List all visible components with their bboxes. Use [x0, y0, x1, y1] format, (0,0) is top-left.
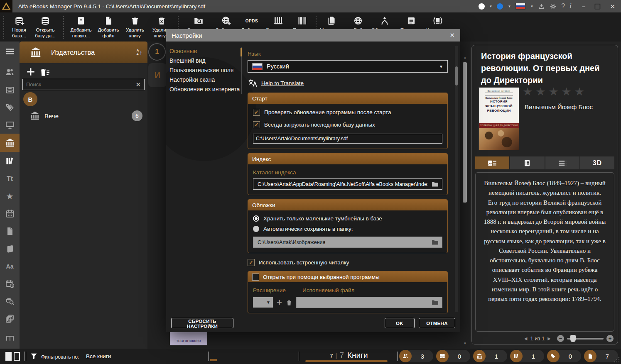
help-icon[interactable]: ? [561, 3, 565, 10]
chevron-down-icon[interactable]: ▼ [530, 5, 533, 8]
publisher-row[interactable]: Вече 6 [20, 108, 147, 124]
nav-number-badge[interactable]: 1 [148, 43, 166, 61]
checkbox-checked-icon[interactable]: ✓ [253, 121, 260, 128]
index-path-input[interactable] [257, 181, 428, 188]
splitter-handle[interactable] [210, 359, 217, 361]
clear-search-icon[interactable]: ✕ [132, 81, 144, 88]
sidebar-item-duplicates[interactable] [0, 311, 20, 326]
extension-dropdown[interactable]: ▼ [253, 297, 273, 308]
dialog-scrollbar[interactable] [455, 46, 458, 312]
panel-toggle-left-icon[interactable] [5, 352, 12, 361]
scrollbar-thumb[interactable] [455, 66, 458, 86]
sidebar-item-publishers[interactable] [0, 134, 20, 152]
nav-scan-settings[interactable]: Настройки скана [169, 75, 239, 85]
download-update-icon[interactable] [538, 3, 545, 10]
maximize-icon[interactable] [595, 4, 600, 9]
count-publishers[interactable]: 1 [473, 350, 507, 362]
sidebar-item-calendar[interactable] [0, 206, 20, 221]
nav-general[interactable]: Основные [169, 46, 239, 56]
delete-extension-icon[interactable] [286, 299, 292, 306]
dialog-close-icon[interactable]: ✕ [449, 32, 455, 39]
db-path-input[interactable] [253, 134, 442, 144]
tab-list-view[interactable] [545, 156, 579, 169]
zoom-slider-thumb[interactable] [570, 335, 576, 342]
sidebar-item-languages[interactable]: Aа [0, 259, 20, 274]
checkbox-checked-icon[interactable]: ✓ [248, 259, 255, 266]
sidebar-item-favorites[interactable]: ★ [0, 189, 20, 204]
count-authors[interactable]: 3 [399, 350, 433, 362]
sidebar-item-table[interactable] [0, 329, 20, 344]
tab-3d-view[interactable]: 3D [580, 156, 614, 169]
ui-language-flag-icon[interactable] [515, 3, 525, 10]
translate-link[interactable]: Help to Translate [261, 80, 304, 86]
nav-custom-fields[interactable]: Пользовательские поля [169, 66, 239, 75]
delete-unused-button[interactable] [39, 67, 50, 78]
filter-value[interactable]: Все книги [86, 353, 111, 359]
accent-color-icon[interactable] [497, 3, 503, 10]
nav-internet-update[interactable]: Обновление из интернета [169, 85, 239, 94]
book-cover[interactable]: Всемирная история Вильгельм Йозеф Блос И… [479, 88, 519, 150]
builtin-reader-row[interactable]: ✓ Использовать встроенную читалку [248, 259, 448, 266]
open-with-header[interactable]: Открыть при помощи выбранной программы [248, 271, 447, 282]
load-last-db-row[interactable]: ✓ Всегда загружать последнюю базу данных [253, 121, 442, 128]
book-list-scrollbar[interactable]: ▲ ▼ [462, 56, 468, 345]
add-file-button[interactable]: Добавить файл [95, 15, 122, 39]
sidebar-item-formats[interactable] [0, 242, 20, 257]
folder-browse-icon[interactable] [432, 181, 439, 187]
count-series[interactable]: 0 [436, 350, 470, 362]
delete-book-button[interactable]: Удалить книгу [122, 15, 148, 39]
zoom-out-icon[interactable]: − [557, 335, 564, 342]
close-icon[interactable]: ✕ [610, 3, 615, 10]
tab-details-view[interactable] [510, 156, 544, 169]
sidebar-item-dates[interactable] [0, 276, 20, 291]
radio-selected-icon[interactable] [253, 215, 259, 222]
reset-settings-button[interactable]: СБРОСИТЬ НАСТРОЙКИ [171, 318, 233, 328]
checkbox-checked-icon[interactable]: ✓ [253, 109, 260, 116]
resize-grip[interactable] [614, 357, 620, 363]
count-files[interactable]: 7 [584, 350, 618, 362]
book-cover-thumbnail[interactable]: ТЕВТОНСКОГО [170, 331, 207, 345]
check-updates-row[interactable]: ✓ Проверять обновление программы после с… [253, 109, 442, 116]
radio-autosave-row[interactable]: Автоматически сохранять в папку: [253, 226, 442, 232]
checkbox-unchecked-icon[interactable] [252, 274, 259, 281]
add-publisher-button[interactable] [25, 66, 36, 77]
zoom-slider[interactable] [567, 338, 604, 340]
filter-funnel-icon[interactable] [30, 352, 38, 360]
sidebar-item-price-search[interactable] [0, 294, 20, 309]
nav-appearance[interactable]: Внешний вид [169, 56, 239, 66]
theme-light-icon[interactable] [479, 3, 485, 10]
book-author[interactable]: Вильгельм Йозеф Блос [525, 103, 593, 110]
add-new-book-button[interactable]: Добавить новую... [68, 15, 94, 39]
gear-icon[interactable] [550, 3, 557, 10]
prev-book-icon[interactable]: ◀ [524, 336, 528, 341]
panel-toggle-right-icon[interactable] [14, 352, 20, 361]
chevron-down-icon[interactable]: ▼ [508, 5, 511, 8]
radio-unselected-icon[interactable] [253, 226, 259, 232]
scroll-up-icon[interactable]: ▲ [462, 56, 468, 59]
ok-button[interactable]: OK [385, 318, 415, 328]
scroll-down-icon[interactable]: ▼ [462, 342, 468, 345]
radio-thumbs-row[interactable]: Хранить только маленькие тумбнейлы в баз… [253, 215, 442, 222]
rating-stars[interactable]: ★★★★★ [523, 85, 587, 98]
sidebar-item-authors[interactable] [0, 65, 20, 80]
sidebar-item-fonts[interactable]: Tt [0, 171, 20, 186]
count-tags[interactable]: 0 [547, 350, 581, 362]
chevron-down-icon[interactable]: ▼ [489, 5, 493, 8]
sidebar-item-tags[interactable] [0, 100, 20, 115]
nav-tile[interactable]: И [148, 63, 167, 87]
scrollbar-thumb[interactable] [463, 62, 467, 203]
cancel-button[interactable]: ОТМЕНА [419, 318, 455, 328]
menu-icon[interactable] [0, 44, 20, 59]
minimize-icon[interactable]: − [582, 3, 586, 10]
dialog-title-bar[interactable]: Настройки ✕ [166, 29, 460, 42]
next-book-icon[interactable]: ▶ [547, 336, 551, 341]
sidebar-item-files[interactable] [0, 224, 20, 239]
count-shelves[interactable]: 1 [510, 350, 544, 362]
search-input[interactable] [23, 81, 132, 88]
language-select[interactable]: Русский ▼ [248, 60, 448, 73]
sidebar-item-series[interactable] [0, 83, 20, 98]
tab-cover-view[interactable] [475, 156, 509, 169]
sidebar-item-shelves[interactable] [0, 154, 20, 169]
zoom-in-icon[interactable]: + [606, 335, 614, 342]
open-database-button[interactable]: Открыть базу да... [32, 15, 59, 39]
